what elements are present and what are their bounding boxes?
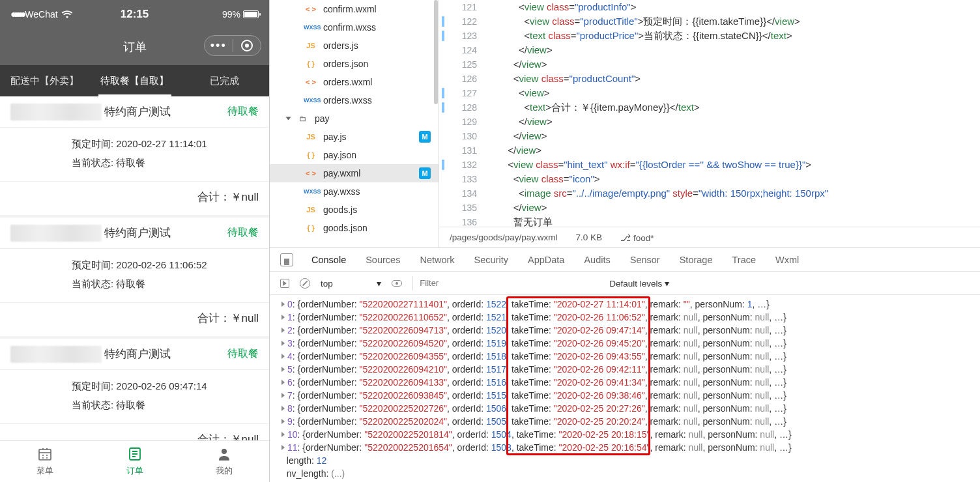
order-card[interactable]: 特约商户测试待取餐预定时间: 2020-02-26 11:06:52当前状态: … (0, 218, 269, 336)
console-array-item[interactable]: 7: {orderNumber: "5220200226093845", ord… (281, 389, 980, 402)
file-tree-item[interactable]: pay.jsM (270, 128, 439, 146)
console-array-item[interactable]: 10: {orderNumber: "5220200225201814", or… (281, 428, 980, 441)
capsule-menu-button[interactable]: ••• (205, 41, 233, 50)
code-line[interactable]: <view class="hint_text" wx:if="{{lostOrd… (486, 158, 980, 172)
code-editor[interactable]: 1211221231241251261271281291301311321331… (439, 0, 980, 248)
clear-console-button[interactable] (300, 278, 310, 289)
console-array-item[interactable]: 9: {orderNumber: "5220200225202024", ord… (281, 415, 980, 428)
expand-caret-icon[interactable] (281, 406, 285, 411)
file-tree-item[interactable]: pay.wxmlM (270, 164, 439, 182)
code-source[interactable]: <view class="productInfo"> <view class="… (486, 0, 980, 227)
file-explorer[interactable]: confirm.wxmlconfirm.wxssorders.jsorders.… (270, 0, 439, 248)
file-tree-item[interactable]: pay.wxss (270, 182, 439, 201)
code-line[interactable]: <view> (486, 86, 980, 100)
tabbar: 菜单订单我的 (0, 440, 269, 482)
file-tree-item[interactable]: confirm.wxss (270, 18, 439, 36)
file-tree-item[interactable]: orders.wxml (270, 73, 439, 91)
code-line[interactable]: </view> (486, 57, 980, 72)
devtools-tab-network[interactable]: Network (420, 255, 454, 265)
order-tabs: 配送中【外卖】待取餐【自取】已完成 (0, 65, 269, 96)
devtools-tab-wxml[interactable]: Wxml (775, 255, 799, 265)
console-nvlength-line[interactable]: nv_length: (...) (281, 467, 980, 480)
order-tab-0[interactable]: 配送中【外卖】 (0, 65, 90, 96)
file-tree-item[interactable]: orders.wxss (270, 91, 439, 109)
order-card[interactable]: 特约商户测试待取餐预定时间: 2020-02-27 11:14:01当前状态: … (0, 96, 269, 215)
code-line[interactable]: <view class="icon"> (486, 172, 980, 186)
console-array-item[interactable]: 8: {orderNumber: "5220200225202726", ord… (281, 402, 980, 415)
console-array-item[interactable]: 2: {orderNumber: "5220200226094713", ord… (281, 324, 980, 337)
file-tree-item[interactable]: goods.json (270, 219, 439, 237)
expand-caret-icon[interactable] (281, 380, 285, 385)
code-line[interactable]: </view> (486, 143, 980, 158)
line-number: 123 (439, 29, 477, 43)
devtools-tab-sensor[interactable]: Sensor (630, 255, 660, 265)
code-line[interactable]: 暂无订单 (486, 215, 980, 227)
file-tree-item[interactable]: confirm.wxml (270, 0, 439, 18)
svg-rect-0 (39, 449, 51, 460)
file-tree-item[interactable]: goods.js (270, 201, 439, 219)
devtools-tab-appdata[interactable]: AppData (528, 255, 564, 265)
console-array-item[interactable]: 3: {orderNumber: "5220200226094520", ord… (281, 337, 980, 350)
devtools-tab-console[interactable]: Console (311, 255, 346, 265)
line-number: 129 (439, 115, 477, 129)
console-filter-input[interactable] (412, 276, 595, 291)
order-card[interactable]: 特约商户测试待取餐预定时间: 2020-02-26 09:47:14当前状态: … (0, 339, 269, 440)
code-line[interactable]: </view> (486, 43, 980, 57)
expand-caret-icon[interactable] (281, 302, 285, 307)
take-time-line: 预定时间: 2020-02-27 11:14:01 (72, 138, 259, 150)
code-line[interactable]: </view> (486, 201, 980, 215)
console-array-item[interactable]: 4: {orderNumber: "5220200226094355", ord… (281, 350, 980, 363)
console-output[interactable]: 0: {orderNumber: "5220200227111401", ord… (270, 295, 980, 482)
tabbar-item-0[interactable]: 菜单 (0, 441, 90, 482)
file-name: confirm.wxml (323, 4, 377, 14)
tabbar-item-2[interactable]: 我的 (179, 441, 269, 482)
battery-percent: 99% (222, 9, 240, 20)
expand-caret-icon[interactable] (281, 315, 285, 320)
file-tree-item[interactable]: 🗀pay (270, 109, 439, 128)
console-toolbar: top ▾ Default levels ▾ (270, 272, 980, 295)
file-tree-item[interactable]: orders.js (270, 36, 439, 55)
tabbar-item-1[interactable]: 订单 (90, 441, 180, 482)
console-execution-context-icon[interactable] (280, 279, 289, 288)
merchant-avatar-blur (10, 346, 102, 363)
devtools-dock-icon[interactable] (280, 253, 293, 266)
devtools-tab-audits[interactable]: Audits (584, 255, 610, 265)
console-array-item[interactable]: 5: {orderNumber: "5220200226094210", ord… (281, 363, 980, 376)
code-line[interactable]: </view> (486, 115, 980, 129)
devtools-tab-storage[interactable]: Storage (680, 255, 713, 265)
console-array-item[interactable]: 1: {orderNumber: "5220200226110652", ord… (281, 311, 980, 324)
code-line[interactable]: <view class="productTitle">预定时间：{{item.t… (486, 14, 980, 29)
file-tree-item[interactable]: orders.json (270, 55, 439, 73)
code-line[interactable]: <view class="productCount"> (486, 72, 980, 86)
expand-caret-icon[interactable] (281, 354, 285, 359)
devtools-tab-sources[interactable]: Sources (366, 255, 400, 265)
log-levels-select[interactable]: Default levels ▾ (609, 278, 669, 289)
expand-caret-icon[interactable] (281, 393, 285, 398)
devtools-tab-security[interactable]: Security (474, 255, 508, 265)
expand-caret-icon[interactable] (281, 445, 285, 450)
capsule-close-button[interactable] (233, 40, 261, 51)
file-type-icon (304, 5, 318, 13)
code-line[interactable]: <image src="../../image/empty.png" style… (486, 186, 980, 201)
git-branch-name: food* (633, 233, 654, 243)
expand-caret-icon[interactable] (281, 419, 285, 424)
expand-caret-icon[interactable] (281, 367, 285, 372)
expand-caret-icon[interactable] (281, 341, 285, 346)
devtools-tab-trace[interactable]: Trace (732, 255, 756, 265)
order-list[interactable]: 特约商户测试待取餐预定时间: 2020-02-27 11:14:01当前状态: … (0, 96, 269, 440)
expand-caret-icon[interactable] (281, 328, 285, 333)
code-line[interactable]: <text class="productPrice">当前状态：{{item.s… (486, 29, 980, 43)
console-array-item[interactable]: 11: {orderNumber: "5220200225201654", or… (281, 441, 980, 454)
live-expression-icon[interactable] (392, 280, 402, 287)
file-type-icon (304, 60, 318, 68)
console-array-item[interactable]: 6: {orderNumber: "5220200226094133", ord… (281, 376, 980, 389)
code-line[interactable]: </view> (486, 129, 980, 143)
console-array-item[interactable]: 0: {orderNumber: "5220200227111401", ord… (281, 298, 980, 311)
code-line[interactable]: <text>合计：￥{{item.payMoney}}</text> (486, 100, 980, 115)
console-context-select[interactable]: top ▾ (321, 278, 381, 289)
expand-caret-icon[interactable] (281, 432, 285, 437)
order-tab-1[interactable]: 待取餐【自取】 (90, 65, 180, 96)
file-tree-item[interactable]: pay.json (270, 146, 439, 164)
code-line[interactable]: <view class="productInfo"> (486, 0, 980, 14)
order-tab-2[interactable]: 已完成 (179, 65, 269, 96)
